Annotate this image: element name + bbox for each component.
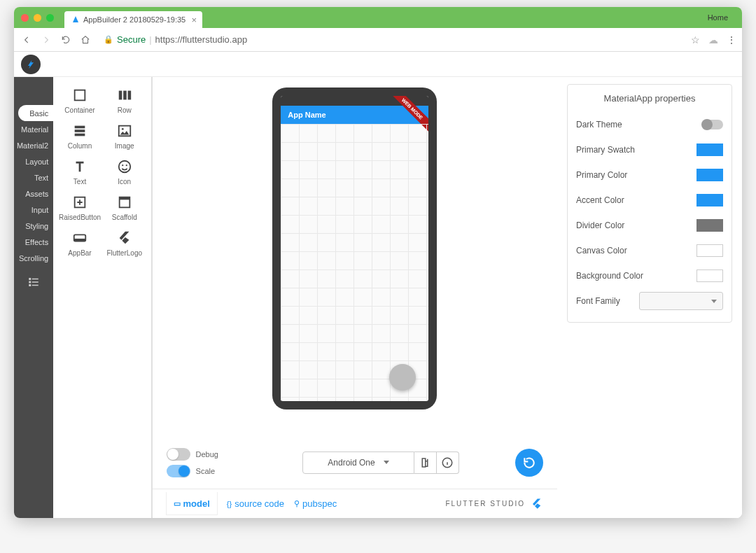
- color-swatch[interactable]: [696, 169, 723, 181]
- prop-label: Canvas Color: [576, 246, 627, 255]
- refresh-button[interactable]: [515, 449, 543, 477]
- maximize-icon[interactable]: [46, 14, 54, 22]
- secure-label: Secure: [117, 34, 146, 45]
- svg-rect-14: [119, 197, 130, 200]
- color-swatch[interactable]: [696, 244, 723, 257]
- bookmark-icon[interactable]: ☆: [691, 34, 700, 46]
- color-swatch[interactable]: [696, 194, 723, 206]
- app-header: [14, 52, 742, 77]
- address-bar: 🔒 Secure | https://flutterstudio.app ☆ ☁…: [14, 28, 742, 52]
- debug-label: Debug: [196, 450, 218, 458]
- widget-label: Container: [64, 106, 94, 114]
- svg-rect-0: [75, 90, 85, 101]
- minimize-icon[interactable]: [34, 14, 41, 22]
- widget-image[interactable]: Image: [102, 122, 147, 150]
- tree-view-icon[interactable]: [27, 276, 40, 288]
- widget-label: RaisedButton: [59, 214, 101, 221]
- scale-toggle[interactable]: [167, 465, 190, 477]
- properties-panel: MaterialApp properties Dark ThemePrimary…: [557, 77, 742, 518]
- close-icon[interactable]: [21, 14, 29, 22]
- widget-label: Icon: [118, 178, 131, 186]
- tab-source[interactable]: {}source code: [227, 493, 284, 514]
- prop-divider-color: Divider Color: [576, 213, 723, 238]
- home-button[interactable]: [80, 34, 91, 46]
- tab-model[interactable]: ▭model: [167, 493, 217, 514]
- sidebar-cat-text[interactable]: Text: [14, 169, 53, 186]
- widget-text[interactable]: Text: [57, 158, 102, 186]
- prop-accent-color: Accent Color: [576, 188, 723, 213]
- back-button[interactable]: [21, 34, 32, 46]
- app-logo-icon[interactable]: [21, 55, 41, 74]
- tab-favicon-icon: [71, 15, 80, 24]
- device-dropdown[interactable]: Android One: [302, 451, 414, 474]
- dark-theme-toggle[interactable]: [702, 120, 723, 130]
- color-swatch[interactable]: [696, 219, 723, 232]
- widget-label: Column: [68, 142, 92, 150]
- floating-action-button[interactable]: [389, 364, 416, 391]
- widget-flutterlogo[interactable]: FlutterLogo: [102, 230, 147, 257]
- scale-label: Scale: [196, 467, 216, 475]
- titlebar: AppBuilder 2 20180529-19:35 Home: [14, 7, 742, 28]
- color-swatch[interactable]: [696, 144, 723, 156]
- widget-appbar[interactable]: AppBar: [57, 230, 102, 257]
- forward-button[interactable]: [41, 34, 52, 46]
- rotate-device-button[interactable]: [414, 451, 437, 474]
- raisedbutton-icon: [71, 194, 88, 211]
- sidebar-cat-scrolling[interactable]: Scrolling: [14, 250, 53, 266]
- sidebar-cat-effects[interactable]: Effects: [14, 234, 53, 250]
- widget-row[interactable]: Row: [102, 87, 147, 114]
- phone-screen[interactable]: App Name ⋮ WEB MODE: [281, 96, 428, 401]
- svg-point-11: [125, 164, 127, 166]
- tab-pubspec[interactable]: ⚲pubspec: [294, 493, 337, 514]
- sidebar-cat-input[interactable]: Input: [14, 202, 53, 218]
- phone-frame: App Name ⋮ WEB MODE: [272, 88, 437, 410]
- menu-icon[interactable]: ⋮: [727, 34, 735, 46]
- design-grid[interactable]: [281, 124, 428, 401]
- url-box[interactable]: 🔒 Secure | https://flutterstudio.app: [99, 34, 682, 45]
- svg-rect-16: [74, 239, 86, 241]
- sidebar-cat-assets[interactable]: Assets: [14, 186, 53, 202]
- widget-container[interactable]: Container: [57, 87, 102, 114]
- lock-icon: 🔒: [104, 35, 113, 44]
- device-name: Android One: [328, 458, 374, 468]
- flutter-logo-icon: [531, 498, 543, 510]
- device-info-button[interactable]: [437, 451, 459, 474]
- font-family-dropdown[interactable]: [639, 292, 723, 310]
- widget-icon[interactable]: Icon: [102, 158, 147, 186]
- prop-label: Accent Color: [576, 195, 624, 205]
- flutterlogo-icon: [116, 230, 133, 246]
- row-icon: [116, 87, 133, 104]
- sidebar-cat-layout[interactable]: Layout: [14, 153, 53, 169]
- color-swatch[interactable]: [696, 270, 723, 282]
- prop-background-color: Background Color: [576, 263, 723, 288]
- widget-raisedbutton[interactable]: RaisedButton: [57, 194, 102, 221]
- cloud-icon[interactable]: ☁: [708, 34, 718, 46]
- reload-button[interactable]: [60, 34, 71, 46]
- url-text: https://flutterstudio.app: [155, 34, 248, 45]
- prop-primary-color: Primary Color: [576, 162, 723, 188]
- widget-column[interactable]: Column: [57, 122, 102, 150]
- container-icon: [71, 87, 88, 104]
- home-link[interactable]: Home: [708, 13, 735, 22]
- sidebar-cat-material[interactable]: Material: [14, 121, 53, 137]
- app-bar-title: App Name: [288, 111, 326, 119]
- scaffold-icon: [116, 194, 133, 211]
- category-sidebar: BasicMaterialMaterial2LayoutTextAssetsIn…: [14, 77, 53, 518]
- widget-label: AppBar: [68, 249, 91, 257]
- svg-rect-4: [75, 126, 85, 129]
- svg-point-10: [122, 164, 123, 166]
- canvas-area: App Name ⋮ WEB MODE Debug: [153, 77, 557, 518]
- prop-font-family: Font Family: [576, 288, 723, 314]
- debug-toggle[interactable]: [167, 448, 190, 461]
- prop-label: Primary Color: [576, 170, 627, 180]
- sidebar-cat-material2[interactable]: Material2: [14, 137, 53, 153]
- widget-label: Text: [74, 178, 86, 186]
- widget-scaffold[interactable]: Scaffold: [102, 194, 147, 221]
- canvas-toolbar: Debug Scale Android One: [153, 436, 557, 489]
- view-tabs: ▭model{}source code⚲pubspec FLUTTER STUD…: [153, 489, 557, 518]
- prop-label: Primary Swatch: [576, 145, 635, 155]
- sidebar-cat-basic[interactable]: Basic: [18, 105, 53, 121]
- svg-point-8: [122, 128, 124, 130]
- browser-tab[interactable]: AppBuilder 2 20180529-19:35: [64, 11, 202, 28]
- sidebar-cat-styling[interactable]: Styling: [14, 218, 53, 234]
